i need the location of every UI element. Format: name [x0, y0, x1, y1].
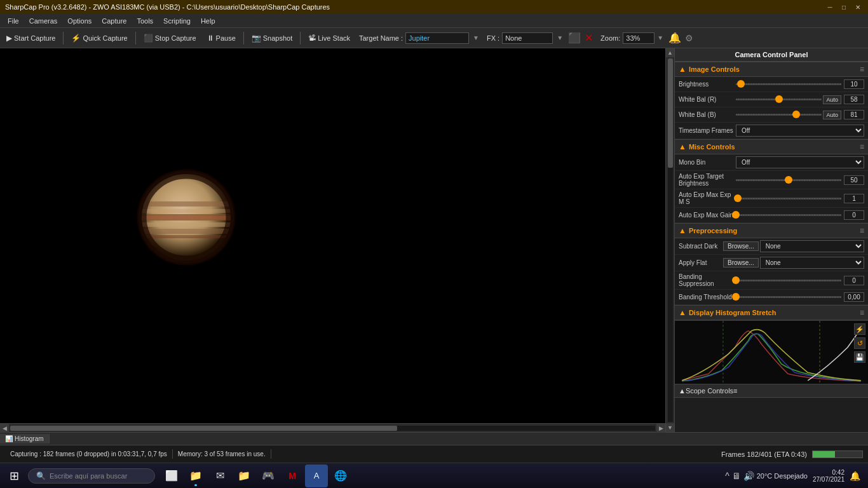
menu-cameras[interactable]: Cameras: [24, 16, 63, 26]
menu-bar: File Cameras Options Capture Tools Scrip…: [0, 14, 868, 28]
menu-tools[interactable]: Tools: [132, 16, 158, 26]
white-bal-r-thumb[interactable]: [775, 95, 783, 103]
scope-controls-header[interactable]: ▲ Scope Controls ≡: [675, 384, 868, 398]
close-button[interactable]: ✕: [853, 2, 863, 12]
banding-suppression-value[interactable]: [844, 276, 864, 285]
snapshot-button[interactable]: 📷 Snapshot: [248, 32, 296, 44]
taskbar-app-files[interactable]: 📁: [233, 464, 255, 487]
stop-capture-button[interactable]: ⬛ Stop Capture: [140, 32, 200, 44]
quick-icon: ⚡: [71, 34, 81, 43]
scroll-track[interactable]: [10, 426, 655, 431]
apply-flat-browse[interactable]: Browse...: [723, 258, 759, 268]
display-histogram-menu[interactable]: ≡: [860, 308, 864, 317]
taskbar-app-explorer[interactable]: 📁: [184, 464, 207, 487]
banding-threshold-thumb[interactable]: [732, 293, 740, 301]
speaker-icon[interactable]: 🔊: [743, 471, 754, 481]
image-viewer[interactable]: [0, 48, 665, 423]
auto-exp-ms-slider[interactable]: [736, 193, 841, 203]
taskbar-app-globe[interactable]: 🌐: [329, 464, 352, 487]
clock[interactable]: 0:42 27/07/2021: [813, 469, 844, 483]
start-capture-button[interactable]: ▶ Start Capture: [3, 32, 59, 44]
white-bal-b-slider[interactable]: [736, 110, 822, 120]
banding-threshold-slider[interactable]: [736, 292, 841, 302]
start-button[interactable]: ⊞: [3, 464, 25, 487]
white-bal-b-row: White Bal (B) Auto: [675, 107, 868, 123]
frames-status-text: Frames 182/401 (ETA 0:43): [721, 451, 807, 458]
banding-suppression-thumb[interactable]: [732, 276, 740, 284]
white-bal-b-thumb[interactable]: [792, 111, 800, 118]
scroll-down-button[interactable]: ▼: [666, 423, 675, 432]
banding-suppression-slider[interactable]: [736, 275, 841, 285]
auto-exp-gain-value[interactable]: [844, 210, 864, 220]
horizontal-scrollbar[interactable]: ◀ ▶: [0, 423, 665, 432]
taskbar-app-store[interactable]: 🎮: [257, 464, 280, 487]
vertical-scrollbar[interactable]: ▲ ▼: [665, 48, 674, 432]
live-stack-button[interactable]: 📽 Live Stack: [304, 32, 354, 44]
banding-threshold-value[interactable]: [844, 292, 864, 302]
white-bal-b-value[interactable]: [844, 110, 864, 119]
preprocessing-header[interactable]: ▲ Preprocessing ≡: [675, 223, 868, 238]
auto-exp-gain-slider[interactable]: [736, 210, 841, 220]
taskbar-app-mail[interactable]: ✉: [208, 464, 231, 487]
auto-exp-ms-thumb[interactable]: [734, 194, 742, 202]
white-bal-r-slider[interactable]: [736, 95, 822, 105]
subtract-dark-browse[interactable]: Browse...: [723, 241, 759, 251]
zoom-input[interactable]: [623, 32, 654, 44]
white-bal-r-value[interactable]: [844, 95, 864, 104]
fx-input[interactable]: [502, 32, 553, 44]
hist-lightning-button[interactable]: ⚡: [854, 323, 865, 335]
scope-controls-menu[interactable]: ≡: [733, 387, 737, 395]
white-bal-r-auto[interactable]: Auto: [823, 95, 841, 104]
misc-controls-header[interactable]: ▲ Misc Controls ≡: [675, 139, 868, 154]
taskbar-search[interactable]: 🔍 Escribe aquí para buscar: [28, 468, 155, 484]
notification-icon[interactable]: 🔔: [850, 471, 860, 481]
timestamp-select[interactable]: Off On: [736, 125, 864, 137]
auto-exp-ms-value[interactable]: [844, 194, 864, 203]
brightness-slider[interactable]: [736, 79, 841, 90]
pause-button[interactable]: ⏸ Pause: [203, 32, 240, 44]
target-name-input[interactable]: [405, 32, 469, 44]
menu-file[interactable]: File: [3, 16, 24, 26]
hist-refresh-button[interactable]: ↺: [854, 337, 865, 349]
app-title: SharpCap Pro (v3.2.6482) - ZWO ASI183MC …: [5, 3, 330, 11]
target-dropdown-icon[interactable]: ▼: [473, 34, 479, 41]
fx-dropdown-icon[interactable]: ▼: [557, 34, 563, 41]
menu-capture[interactable]: Capture: [97, 16, 132, 26]
quick-capture-button[interactable]: ⚡ Quick Capture: [67, 32, 131, 44]
scroll-right-button[interactable]: ▶: [656, 424, 665, 433]
white-bal-b-auto[interactable]: Auto: [823, 111, 841, 119]
display-histogram-header[interactable]: ▲ Display Histogram Stretch ≡: [675, 305, 868, 320]
minimize-button[interactable]: ─: [825, 2, 835, 12]
taskbar-app-ai[interactable]: A: [305, 464, 328, 487]
taskbar-app-task-view[interactable]: ⬜: [160, 464, 183, 487]
menu-options[interactable]: Options: [62, 16, 97, 26]
hist-save-button[interactable]: 💾: [854, 351, 865, 363]
maximize-button[interactable]: □: [839, 2, 849, 12]
image-controls-header[interactable]: ▲ Image Controls ≡: [675, 62, 868, 77]
scroll-thumb[interactable]: [10, 426, 397, 431]
auto-exp-gain-thumb[interactable]: [732, 211, 740, 219]
taskbar-app-m[interactable]: M: [281, 464, 304, 487]
brightness-thumb[interactable]: [737, 80, 745, 88]
chevron-up-tray[interactable]: ^: [725, 471, 729, 481]
misc-controls-menu[interactable]: ≡: [860, 142, 864, 151]
auto-exp-target-value[interactable]: [844, 175, 864, 185]
menu-scripting[interactable]: Scripting: [158, 16, 196, 26]
auto-exp-target-thumb[interactable]: [785, 176, 792, 184]
zoom-dropdown-icon[interactable]: ▼: [657, 34, 663, 41]
v-scroll-track[interactable]: [668, 58, 673, 422]
image-controls-menu[interactable]: ≡: [860, 65, 864, 74]
v-scroll-thumb[interactable]: [668, 58, 673, 168]
network-icon[interactable]: 🖥: [732, 471, 741, 481]
image-controls-title: Image Controls: [689, 65, 860, 73]
brightness-value[interactable]: [844, 79, 864, 89]
histogram-tab[interactable]: 📊 Histogram: [0, 434, 50, 444]
mono-bin-select[interactable]: Off On: [736, 156, 864, 168]
scroll-left-button[interactable]: ◀: [0, 424, 9, 433]
auto-exp-target-slider[interactable]: [736, 175, 841, 185]
menu-help[interactable]: Help: [196, 16, 220, 26]
scroll-up-button[interactable]: ▲: [666, 48, 675, 57]
subtract-dark-select[interactable]: None: [760, 240, 864, 252]
apply-flat-select[interactable]: None: [760, 257, 864, 269]
preprocessing-menu[interactable]: ≡: [860, 226, 864, 235]
